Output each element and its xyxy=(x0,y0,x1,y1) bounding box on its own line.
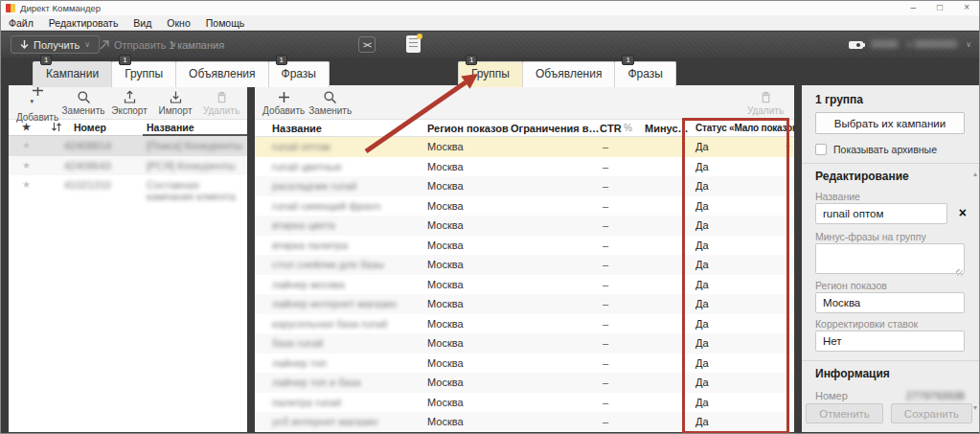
tab-label: Объявления xyxy=(536,67,602,80)
tab-left-2[interactable]: Объявления xyxy=(175,61,268,87)
tab-center-2[interactable]: Фразы1 xyxy=(614,61,675,87)
group-low-impressions-status: Да xyxy=(695,397,709,408)
minus-phrases-input[interactable] xyxy=(815,243,965,274)
tab-center-0[interactable]: Группы1 xyxy=(458,61,523,87)
get-button[interactable]: Получить ∨ xyxy=(11,35,100,54)
campaign-number: 42408814 xyxy=(64,140,111,151)
menu-view[interactable]: Вид xyxy=(125,15,159,30)
select-their-campaigns-button[interactable]: Выбрать их кампании xyxy=(815,112,965,134)
group-row[interactable]: втирка цветаМосква–Да xyxy=(255,216,794,236)
group-region: Москва xyxy=(427,397,464,408)
добавить-button[interactable]: ▾Добавить xyxy=(16,85,58,123)
star-icon[interactable]: ★ xyxy=(22,160,31,171)
column-header-ctr[interactable]: CTR xyxy=(600,123,622,134)
notebook-icon[interactable] xyxy=(406,35,421,53)
campaign-name: [Поиск] Конкуренты xyxy=(147,140,242,151)
заменить-button[interactable]: Заменить xyxy=(62,88,104,116)
close-button[interactable]: × xyxy=(964,2,969,12)
group-low-impressions-status: Да xyxy=(695,141,709,152)
group-row[interactable]: однофазный гель усбМосква–Да xyxy=(255,432,794,433)
show-archived-checkbox[interactable] xyxy=(815,144,827,155)
save-button[interactable]: Сохранить xyxy=(891,403,972,423)
group-row[interactable]: база runailМосква–Да xyxy=(255,333,794,354)
group-ctr: – xyxy=(603,397,608,408)
column-header-region[interactable]: Регион показов xyxy=(427,123,509,134)
campaign-row[interactable]: ★42408814[Поиск] Конкуренты xyxy=(9,136,247,156)
group-row[interactable]: runail оптомМосква–Да xyxy=(255,137,794,157)
clear-icon[interactable]: × xyxy=(959,206,967,219)
group-row[interactable]: лайнер москваМосква–Да xyxy=(255,275,794,295)
group-row[interactable]: карусельная база runailМосква–Да xyxy=(255,314,794,334)
bid-adjustments-input[interactable] xyxy=(815,331,965,352)
group-name-input[interactable] xyxy=(815,203,947,224)
group-row[interactable]: runail цветныеМосква–Да xyxy=(255,157,794,177)
campaign-row[interactable]: ★42408643[РСЯ] Конкуренты xyxy=(9,156,247,176)
maximize-button[interactable]: □ xyxy=(937,2,943,12)
menu-help[interactable]: Помощь xyxy=(198,15,253,30)
divider xyxy=(802,163,980,164)
star-icon[interactable]: ★ xyxy=(22,140,31,150)
info-section-title: Информация xyxy=(815,367,965,380)
group-row[interactable]: лайнер топ и базаМосква–Да xyxy=(255,373,794,393)
column-header-number[interactable]: Номер xyxy=(74,122,106,133)
group-low-impressions-status: Да xyxy=(695,377,709,388)
group-name: стол снейлик для базы xyxy=(272,259,384,270)
group-region: Москва xyxy=(427,180,464,192)
group-row[interactable]: втирка палитраМосква–Да xyxy=(255,236,794,256)
удалить-button[interactable]: Удалить xyxy=(744,88,786,116)
group-name: втирка палитра xyxy=(272,240,348,251)
group-low-impressions-status: Да xyxy=(695,337,709,349)
column-header-minus[interactable]: Минус… xyxy=(645,123,689,134)
cancel-button[interactable]: Отменить xyxy=(806,403,883,423)
group-ctr: – xyxy=(603,416,608,427)
main-toolbar: Получить ∨ Отправить ∨ 1 кампания >< 000… xyxy=(1,32,979,57)
plus-icon: ▾ xyxy=(31,85,45,111)
star-icon[interactable]: ★ xyxy=(22,179,31,190)
get-button-label: Получить xyxy=(34,39,80,51)
group-ctr: – xyxy=(603,298,608,309)
group-row[interactable]: палитра runailМосква–Да xyxy=(255,393,794,413)
resize-grip-icon[interactable] xyxy=(956,269,963,276)
group-region: Москва xyxy=(427,219,464,231)
tab-left-3[interactable]: Фразы1 xyxy=(268,61,330,87)
group-name: раскладчик runail xyxy=(272,180,356,192)
group-row[interactable]: runail сияющий франчМосква–Да xyxy=(255,196,794,217)
collapse-panels-button[interactable]: >< xyxy=(358,36,376,53)
group-row[interactable]: лайнер интернет магазинМосква–Да xyxy=(255,294,794,314)
app-window: Директ Коммандер – □ × ФайлРедактировать… xyxy=(0,0,980,434)
menu-edit[interactable]: Редактировать xyxy=(41,15,126,30)
group-row[interactable]: усб интернет магазинМосква–Да xyxy=(255,412,794,432)
groups-table-header: Название Регион показов Ограничения в… C… xyxy=(255,120,794,137)
region-input[interactable] xyxy=(815,292,965,313)
column-header-limits[interactable]: Ограничения в… xyxy=(511,123,600,134)
minimize-button[interactable]: – xyxy=(911,2,917,12)
column-header-low-impressions-status[interactable]: Статус «Мало показов» xyxy=(695,123,794,133)
search-icon xyxy=(323,90,337,104)
menu-file[interactable]: Файл xyxy=(1,15,41,30)
account-units: 00000 xyxy=(872,39,899,50)
tab-left-1[interactable]: Группы1 xyxy=(111,61,176,87)
star-icon[interactable]: ★ xyxy=(22,122,31,132)
group-low-impressions-status: Да xyxy=(695,200,709,212)
tab-left-0[interactable]: Кампании1 xyxy=(33,61,112,87)
campaign-row[interactable]: ★41021310Составная кампания клиента xyxy=(9,175,247,195)
удалить-button[interactable]: Удалить xyxy=(200,88,242,116)
menu-window[interactable]: Окно xyxy=(159,15,197,30)
scroll-up-arrow-icon[interactable]: ▲ xyxy=(785,141,791,148)
sync-status-icon[interactable] xyxy=(51,121,62,135)
заменить-button[interactable]: Заменить xyxy=(308,88,352,116)
group-row[interactable]: стол снейлик для базыМосква–Да xyxy=(255,255,794,275)
groups-table: runail оптомМосква–Даrunail цветныеМоскв… xyxy=(255,137,794,432)
scroll-down-arrow-icon[interactable]: ▾ xyxy=(973,403,977,412)
импорт-button[interactable]: Импорт xyxy=(154,88,196,116)
добавить-button[interactable]: Добавить xyxy=(262,88,305,116)
column-header-name[interactable]: Название xyxy=(147,122,194,133)
column-header-name[interactable]: Название xyxy=(272,123,322,134)
account-area[interactable]: 00000 ≈ 00000000 ∨ xyxy=(849,32,971,57)
tab-center-1[interactable]: Объявления xyxy=(522,61,615,87)
group-row[interactable]: раскладчик runailМосква–Да xyxy=(255,176,794,196)
group-row[interactable]: лайнер топМосква–Да xyxy=(255,354,794,374)
group-name: база runail xyxy=(272,337,323,349)
scroll-up-arrow-icon[interactable]: ▴ xyxy=(973,170,977,178)
экспорт-button[interactable]: Экспорт xyxy=(108,88,150,116)
